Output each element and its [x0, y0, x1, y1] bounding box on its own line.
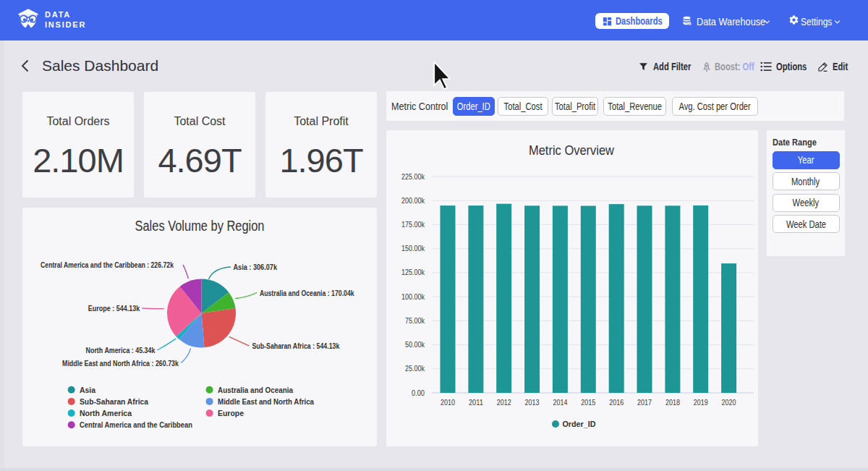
svg-text:150.00k: 150.00k	[401, 244, 425, 253]
svg-text:175.00k: 175.00k	[401, 220, 425, 229]
svg-text:2017: 2017	[637, 398, 652, 407]
svg-text:Australia and Oceania: Australia and Oceania	[218, 386, 294, 394]
svg-text:75.00k: 75.00k	[405, 316, 425, 325]
svg-text:2010: 2010	[441, 398, 455, 407]
svg-text:Europe: Europe	[218, 409, 244, 417]
svg-text:2016: 2016	[609, 398, 624, 407]
svg-text:Middle East and North Africa: Middle East and North Africa	[218, 397, 315, 406]
svg-text:North America: North America	[80, 409, 132, 417]
svg-text:25.00k: 25.00k	[405, 364, 425, 373]
svg-text:Middle East and North Africa :: Middle East and North Africa : 260.73k	[62, 359, 179, 368]
svg-text:North America : 45.34k: North America : 45.34k	[86, 346, 156, 355]
svg-text:0.00: 0.00	[412, 389, 425, 397]
svg-text:Central America and the Caribb: Central America and the Caribbean : 226.…	[41, 260, 174, 269]
svg-text:Sub-Saharan Africa : 544.13k: Sub-Saharan Africa : 544.13k	[252, 341, 340, 350]
svg-text:Central America and the Caribb: Central America and the Caribbean	[80, 420, 192, 429]
svg-text:50.00k: 50.00k	[405, 340, 425, 349]
svg-text:Asia: Asia	[80, 386, 96, 394]
svg-text:Metric Overview: Metric Overview	[529, 143, 614, 158]
svg-text:100.00k: 100.00k	[401, 292, 425, 301]
svg-text:Asia : 306.07k: Asia : 306.07k	[234, 263, 278, 271]
svg-text:225.00k: 225.00k	[401, 172, 425, 181]
svg-text:2013: 2013	[525, 398, 540, 407]
svg-text:200.00k: 200.00k	[401, 196, 425, 205]
svg-text:2019: 2019	[694, 398, 708, 407]
svg-text:Europe : 544.13k: Europe : 544.13k	[88, 304, 140, 313]
svg-text:2018: 2018	[665, 398, 680, 407]
svg-text:2014: 2014	[553, 398, 567, 407]
svg-text:2015: 2015	[581, 398, 595, 407]
svg-text:2011: 2011	[469, 398, 483, 407]
svg-text:125.00k: 125.00k	[401, 268, 425, 276]
svg-text:Sales Volume by Region: Sales Volume by Region	[135, 218, 265, 234]
svg-text:Australia and Oceania : 170.04: Australia and Oceania : 170.04k	[260, 289, 354, 297]
svg-text:2020: 2020	[722, 398, 736, 407]
svg-text:2012: 2012	[497, 398, 511, 407]
svg-text:Sub-Saharan Africa: Sub-Saharan Africa	[80, 397, 149, 406]
svg-text:Order_ID: Order_ID	[563, 420, 596, 428]
